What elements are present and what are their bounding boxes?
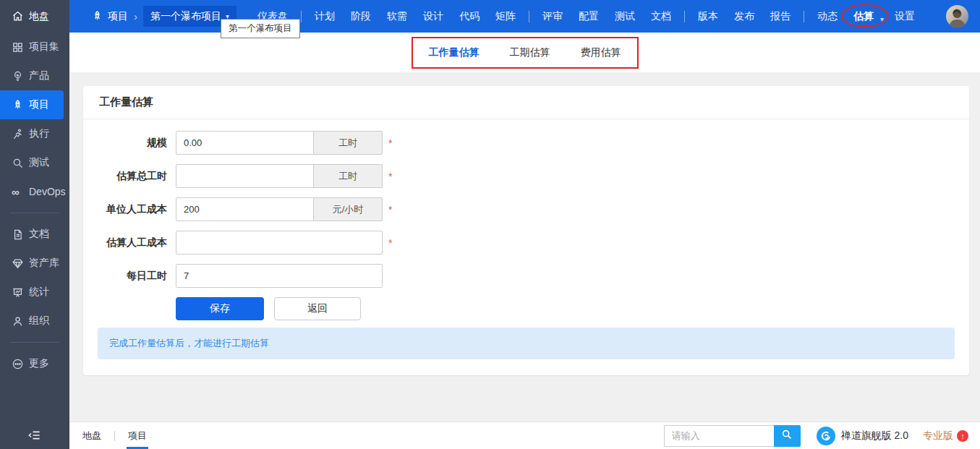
sidebar-item-more[interactable]: 更多 — [0, 349, 69, 378]
caret-down-icon: ▾ — [880, 15, 884, 23]
people-icon — [12, 315, 24, 328]
footer-tab-dashboard[interactable]: 地盘 — [81, 422, 103, 449]
infinity-icon: ∞ — [12, 186, 24, 198]
sidebar-divider — [10, 213, 59, 213]
form-row-scale: 规模 工时 * — [83, 131, 969, 155]
brand-version-label: 禅道旗舰版 2.0 — [841, 429, 908, 442]
sidebar-item-label: 项目集 — [29, 40, 59, 54]
unit-addon: 工时 — [314, 164, 383, 188]
sidebar-item-label: 统计 — [29, 286, 49, 299]
user-avatar[interactable] — [946, 5, 968, 27]
sidebar-item-docs[interactable]: 文档 — [0, 220, 69, 249]
sidebar-item-label: 测试 — [29, 156, 49, 169]
app-window: 地盘 项目集 产品 项目 执行 — [0, 0, 980, 449]
nav-item-stage[interactable]: 阶段 — [343, 10, 379, 23]
sidebar-item-statistics[interactable]: 统计 — [0, 278, 69, 307]
back-button[interactable]: 返回 — [274, 297, 361, 320]
sidebar-item-dashboard-home[interactable]: 地盘 — [0, 0, 69, 33]
sidebar-item-execution[interactable]: 执行 — [0, 119, 69, 148]
estimated-cost-input[interactable] — [176, 231, 383, 255]
estimate-tabbar: 工作量估算 工期估算 费用估算 — [69, 33, 980, 72]
field-label: 每日工时 — [83, 270, 176, 283]
sidebar-item-product[interactable]: 产品 — [0, 61, 69, 90]
daily-hours-input[interactable] — [176, 264, 383, 288]
footer-separator — [114, 431, 115, 441]
sidebar-item-project[interactable]: 项目 — [0, 90, 64, 119]
required-asterisk: * — [388, 204, 392, 215]
form-actions: 保存 返回 — [176, 297, 969, 320]
top-menu: 仪表盘 计划 阶段 软需 设计 代码 矩阵 评审 配置 测试 文档 版本 发布 … — [250, 10, 923, 23]
tab-workload-estimate[interactable]: 工作量估算 — [429, 46, 480, 59]
search-input[interactable] — [664, 425, 774, 447]
nav-item-setting[interactable]: 设置 — [887, 10, 923, 23]
edition-link[interactable]: 专业版 — [923, 429, 953, 442]
tab-cost-estimate[interactable]: 费用估算 — [581, 46, 621, 59]
project-name-tooltip: 第一个瀑布项目 — [221, 19, 300, 38]
sidebar-item-label: 更多 — [29, 357, 49, 370]
field-label: 单位人工成本 — [83, 203, 176, 216]
magnifier-icon — [12, 157, 24, 169]
sidebar-item-devops[interactable]: ∞ DevOps — [0, 177, 69, 206]
sidebar-item-testing[interactable]: 测试 — [0, 148, 69, 177]
field-label: 估算总工时 — [83, 170, 176, 183]
footer-bar: 地盘 项目 禅道旗舰版 2.0 专业版 ↑ — [69, 422, 980, 449]
save-button[interactable]: 保存 — [176, 297, 264, 320]
sidebar-item-label: 执行 — [29, 127, 49, 140]
upgrade-badge-icon: ↑ — [957, 430, 968, 442]
nav-item-estimate[interactable]: 估算 ▾ — [845, 10, 887, 23]
nav-item-release[interactable]: 发布 — [726, 10, 762, 23]
nav-item-settings-config[interactable]: 配置 — [571, 10, 607, 23]
sidebar-collapse-toggle[interactable] — [0, 428, 69, 445]
nav-separator — [301, 11, 302, 22]
footer-tab-project[interactable]: 项目 — [127, 422, 148, 449]
required-asterisk: * — [388, 171, 392, 182]
scale-input[interactable] — [176, 131, 314, 155]
nav-item-design[interactable]: 设计 — [415, 10, 451, 23]
info-alert: 完成工作量估算后，才能进行工期估算 — [98, 328, 955, 359]
top-navbar: 项目 › 第一个瀑布项目 ▾ 仪表盘 计划 阶段 软需 设计 代码 矩阵 评审 … — [69, 0, 980, 33]
form-row-estimated-cost: 估算人工成本 * — [83, 231, 969, 255]
sidebar-item-label: 文档 — [29, 228, 49, 241]
sidebar-item-label: 资产库 — [29, 257, 59, 270]
footer-right: 禅道旗舰版 2.0 专业版 ↑ — [664, 425, 968, 447]
search-button[interactable] — [774, 425, 801, 447]
home-icon — [12, 10, 24, 22]
unit-addon: 工时 — [314, 131, 383, 155]
form-row-total-hours: 估算总工时 工时 * — [83, 164, 969, 188]
search-box — [664, 425, 801, 447]
sidebar-item-label: 地盘 — [29, 10, 49, 23]
nav-item-code[interactable]: 代码 — [451, 10, 487, 23]
nav-item-plan[interactable]: 计划 — [307, 10, 343, 23]
field-label: 规模 — [83, 137, 176, 150]
sidebar-item-assets[interactable]: 资产库 — [0, 249, 69, 278]
sidebar-item-program[interactable]: 项目集 — [0, 33, 69, 61]
required-asterisk: * — [388, 237, 392, 249]
sidebar-item-organization[interactable]: 组织 — [0, 307, 69, 335]
form-row-daily-hours: 每日工时 — [83, 264, 969, 288]
workload-estimate-panel: 工作量估算 规模 工时 * 估算总工时 工时 * 单位人工成本 — [83, 86, 969, 375]
more-dots-icon — [12, 358, 24, 370]
nav-item-matrix[interactable]: 矩阵 — [487, 10, 524, 23]
breadcrumb-app[interactable]: 项目 — [108, 10, 128, 23]
gem-icon — [12, 257, 24, 270]
nav-item-dynamic[interactable]: 动态 — [809, 10, 845, 23]
lightbulb-icon — [12, 70, 24, 82]
total-hours-input[interactable] — [176, 164, 314, 188]
project-name: 第一个瀑布项目 — [150, 10, 221, 23]
annotation-red-rectangle: 工作量估算 工期估算 费用估算 — [412, 37, 639, 69]
nav-item-review[interactable]: 评审 — [534, 10, 571, 23]
nav-item-build[interactable]: 版本 — [690, 10, 726, 23]
tab-duration-estimate[interactable]: 工期估算 — [510, 46, 550, 59]
chart-icon — [12, 286, 24, 299]
nav-item-test[interactable]: 测试 — [607, 10, 643, 23]
grid-icon — [12, 41, 24, 54]
required-asterisk: * — [388, 137, 392, 149]
nav-item-report[interactable]: 报告 — [762, 10, 798, 23]
nav-item-doc[interactable]: 文档 — [643, 10, 679, 23]
menu-fold-icon — [27, 428, 42, 445]
unit-cost-input[interactable] — [176, 197, 314, 221]
chevron-right-icon: › — [134, 10, 137, 22]
nav-separator — [684, 11, 685, 22]
unit-addon: 元/小时 — [314, 197, 383, 221]
nav-item-requirement[interactable]: 软需 — [379, 10, 415, 23]
